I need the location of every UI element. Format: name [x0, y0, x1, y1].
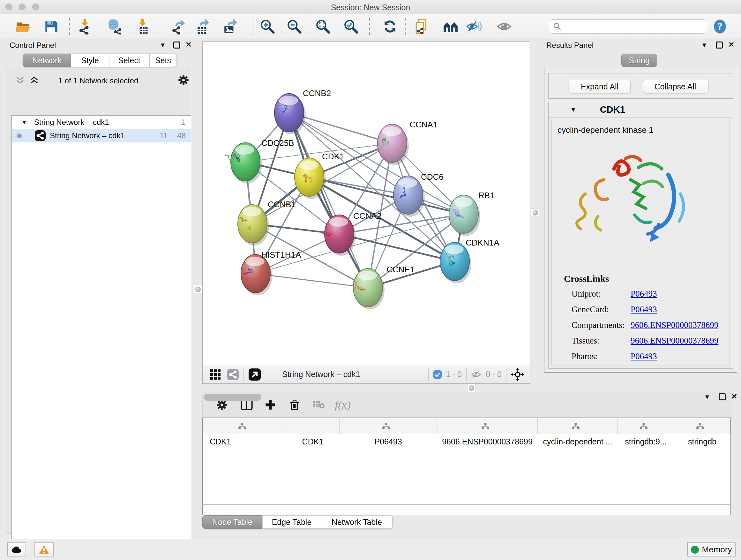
delete-column-icon[interactable] [289, 399, 300, 411]
table-horizontal-scrollbar[interactable] [202, 504, 731, 515]
control-panel-menu-icon[interactable]: ▼ [159, 42, 166, 49]
results-entry-header[interactable]: ▼ CDK1 [549, 102, 733, 118]
bottom-splitter-handle[interactable] [467, 384, 475, 392]
network-canvas[interactable]: CCNB2CCNA1CDC25BCDK1CDC6RB1CCNB1CCNA2CDK… [203, 42, 530, 365]
node-CDKN1A[interactable]: CDKN1A [440, 238, 499, 283]
left-splitter-handle[interactable] [194, 285, 202, 294]
table-row[interactable]: CDK1CDK1P064939606.ENSP00000378699cyclin… [203, 434, 731, 449]
hidden-counts: 0 - 0 [486, 370, 502, 379]
crosslink-value-link[interactable]: 9606.ENSP00000378699 [630, 336, 718, 346]
first-neighbors-icon[interactable] [442, 17, 460, 36]
import-table-file-icon[interactable] [134, 17, 152, 36]
table-toolbar: f(x) [202, 392, 732, 418]
column-header-shared-name[interactable] [203, 418, 286, 434]
column-header-namespace[interactable] [674, 418, 731, 434]
table-cell[interactable]: stringdb [674, 434, 731, 449]
crosslink-value-link[interactable]: P06493 [630, 305, 657, 314]
table-panel-float-icon[interactable] [719, 393, 726, 400]
results-panel-menu-icon[interactable]: ▼ [701, 42, 708, 49]
tab-edge-table[interactable]: Edge Table [262, 515, 321, 529]
column-header-name[interactable] [286, 418, 340, 434]
import-network-database-icon[interactable] [106, 17, 124, 36]
add-column-icon[interactable] [265, 399, 276, 411]
collection-expander-icon[interactable]: ▼ [21, 119, 27, 126]
open-file-icon[interactable] [14, 17, 32, 36]
column-type-icon [571, 422, 580, 430]
help-icon[interactable]: ? [711, 17, 729, 36]
export-image-icon[interactable] [221, 17, 239, 36]
table-cell[interactable]: cyclin-dependent ... [538, 434, 617, 449]
node-CDC25B[interactable]: CDC25B [225, 138, 294, 184]
window-title: Session: New Session [0, 3, 741, 12]
node-CCNB2[interactable]: CCNB2 [274, 88, 331, 134]
network-bullet-icon [17, 133, 22, 138]
crosslink-value-link[interactable]: P06493 [630, 352, 657, 361]
expand-all-button[interactable]: Expand All [569, 80, 630, 93]
search-field[interactable] [549, 19, 707, 34]
table-panel-close-icon[interactable]: × [731, 393, 737, 400]
edge-CCNA2-CDKN1A[interactable] [339, 234, 455, 261]
table-cell[interactable]: 9606.ENSP00000378699 [437, 434, 538, 449]
show-all-icon[interactable] [495, 17, 513, 36]
collapse-all-button[interactable]: Collapse All [642, 80, 709, 93]
column-header--id[interactable] [617, 418, 674, 434]
zoom-selected-icon[interactable] [342, 17, 360, 36]
scrollbar-thumb[interactable] [204, 394, 261, 401]
export-table-icon[interactable] [194, 17, 212, 36]
zoom-in-icon[interactable] [259, 17, 276, 36]
export-network-icon[interactable] [170, 17, 188, 36]
grid-view-icon[interactable] [210, 369, 221, 380]
new-network-from-selection-icon[interactable] [413, 17, 431, 36]
network-row[interactable]: String Network – cdk1 11 48 [12, 129, 191, 142]
crosslink-row: GeneCard:P06493 [571, 305, 725, 314]
memory-button[interactable]: Memory [687, 543, 736, 557]
zoom-fit-icon[interactable] [314, 17, 332, 36]
results-panel-close-icon[interactable]: × [729, 41, 734, 48]
table-cell[interactable]: CDK1 [203, 434, 286, 449]
hide-selected-icon[interactable] [465, 17, 483, 36]
column-header-canonical-name[interactable] [340, 418, 437, 434]
table-cell[interactable]: CDK1 [286, 434, 340, 449]
control-panel-close-icon[interactable]: × [186, 41, 192, 48]
right-splitter-handle[interactable] [531, 208, 539, 217]
birds-eye-view-icon[interactable] [248, 368, 261, 381]
node-CCNA2[interactable]: CCNA2 [322, 211, 382, 256]
save-session-icon[interactable] [42, 17, 60, 36]
control-panel-float-icon[interactable] [173, 42, 180, 49]
tab-sets[interactable]: Sets [149, 54, 177, 67]
tab-node-table[interactable]: Node Table [202, 515, 262, 529]
node-CCNB1[interactable]: CCNB1 [238, 199, 296, 246]
node-HIST1H1A[interactable]: HIST1H1A [241, 250, 301, 295]
warnings-button[interactable] [35, 543, 54, 557]
table-cell[interactable]: P06493 [340, 434, 437, 449]
crosslink-value-link[interactable]: 9606.ENSP00000378699 [630, 320, 718, 330]
column-header-database-identifier[interactable] [437, 418, 538, 434]
import-network-file-icon[interactable] [77, 17, 94, 36]
zoom-out-icon[interactable] [285, 17, 303, 36]
node-CDC6[interactable]: CDC6 [394, 172, 444, 217]
tab-string[interactable]: String [621, 54, 657, 67]
node-CCNE1[interactable]: CCNE1 [353, 265, 414, 309]
tab-network-table[interactable]: Network Table [321, 515, 393, 529]
search-input[interactable] [564, 22, 698, 31]
edge-CCNB2-CCNE1[interactable] [289, 113, 368, 288]
node-RB1[interactable]: RB1 [449, 191, 495, 236]
edge-CCNE1-HIST1H1A[interactable] [256, 273, 368, 288]
table-cell[interactable]: stringdb:9... [617, 434, 674, 449]
entry-expander-icon[interactable]: ▼ [570, 106, 576, 113]
selected-checkbox-icon[interactable] [433, 370, 442, 379]
column-header-description[interactable] [538, 418, 617, 434]
protein-structure-image [563, 149, 703, 264]
table-panel-menu-icon[interactable]: ▼ [704, 393, 711, 401]
cloud-status-button[interactable] [7, 543, 26, 557]
tab-style[interactable]: Style [71, 54, 109, 67]
network-collection-row[interactable]: ▼ String Network – cdk1 1 [12, 116, 191, 129]
network-options-gear-icon[interactable] [178, 74, 189, 86]
tab-select[interactable]: Select [109, 54, 149, 67]
fit-selected-crosshair-icon[interactable] [511, 368, 524, 381]
crosslink-value-link[interactable]: P06493 [630, 289, 657, 299]
tab-network[interactable]: Network [23, 54, 71, 67]
apply-layout-icon[interactable] [381, 17, 399, 36]
results-panel-float-icon[interactable] [716, 42, 723, 49]
network-overview-icon[interactable] [227, 368, 239, 381]
